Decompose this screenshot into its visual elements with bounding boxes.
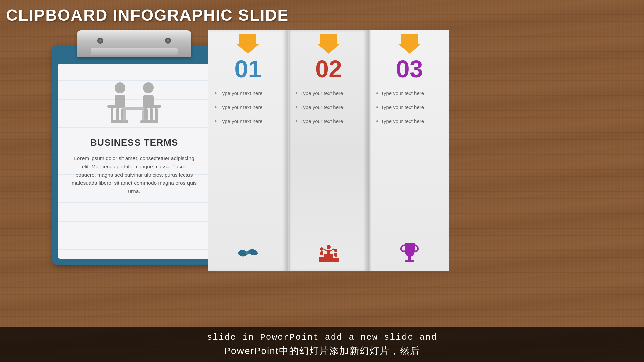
- svg-rect-26: [320, 251, 323, 255]
- panel-1-bullets: Type your text here Type your text here …: [208, 89, 288, 132]
- svg-rect-24: [327, 250, 330, 254]
- panel-1-number: 01: [234, 55, 261, 83]
- svg-rect-13: [144, 108, 148, 121]
- svg-rect-32: [408, 257, 411, 260]
- svg-point-10: [143, 82, 154, 93]
- svg-marker-19: [317, 34, 340, 54]
- svg-rect-2: [107, 105, 121, 108]
- meeting-icon: [97, 80, 171, 134]
- arrow-1-icon: [236, 34, 260, 54]
- svg-rect-3: [116, 108, 119, 121]
- svg-rect-28: [334, 253, 337, 257]
- svg-point-27: [334, 249, 337, 252]
- arrow-2-icon: [317, 34, 340, 54]
- panel-3-number: 03: [396, 55, 423, 83]
- svg-rect-20: [324, 254, 333, 262]
- lorem-text: Lorem ipsum dolor sit amet, consectetuer…: [68, 154, 200, 196]
- svg-line-29: [324, 249, 327, 251]
- bullet-1-1: Type your text here: [215, 89, 281, 98]
- clipboard: BUSINESS TERMS Lorem ipsum dolor sit ame…: [52, 30, 216, 265]
- trophy-icon: [399, 242, 420, 265]
- slide-container: CLIPBOARD INFOGRAPHIC SLIDE: [0, 0, 644, 362]
- bullet-1-2: Type your text here: [215, 104, 281, 112]
- bullet-2-3: Type your text here: [296, 118, 362, 126]
- svg-point-0: [115, 82, 125, 93]
- svg-marker-17: [236, 34, 260, 54]
- handshake-icon: [236, 243, 260, 265]
- svg-point-25: [320, 247, 323, 251]
- bullet-3-1: Type your text here: [376, 89, 443, 98]
- svg-point-18: [245, 251, 249, 254]
- svg-rect-22: [333, 258, 339, 262]
- panels-container: 01 Type your text here Type your text he…: [208, 30, 449, 272]
- svg-line-30: [330, 249, 334, 251]
- svg-rect-21: [319, 257, 325, 262]
- panel-2-bullets: Type your text here Type your text here …: [289, 89, 369, 132]
- bullet-2-1: Type your text here: [296, 89, 362, 98]
- screw-left: [97, 38, 103, 44]
- svg-rect-8: [123, 110, 126, 121]
- fold-edge-2: [289, 30, 291, 272]
- subtitle-line-1: slide in PowerPoint add a new slide and: [0, 331, 644, 344]
- svg-rect-7: [122, 107, 146, 110]
- fold-edge-3: [369, 30, 371, 272]
- svg-rect-16: [155, 108, 158, 123]
- subtitle-line-2: PowerPoint中的幻灯片添加新幻灯片，然后: [0, 344, 644, 358]
- panel-2: 02 Type your text here Type your text he…: [289, 30, 370, 272]
- screw-right: [165, 38, 171, 44]
- team-podium-icon: [317, 242, 340, 265]
- bullet-1-3: Type your text here: [215, 118, 281, 126]
- svg-marker-31: [398, 34, 421, 54]
- bullet-2-2: Type your text here: [296, 104, 362, 112]
- bullet-3-3: Type your text here: [376, 118, 443, 126]
- bullet-3-2: Type your text here: [376, 104, 443, 112]
- panel-2-number: 02: [315, 55, 342, 83]
- business-terms-title: BUSINESS TERMS: [90, 137, 178, 148]
- svg-rect-6: [111, 108, 113, 123]
- clipboard-clip: [77, 30, 191, 57]
- svg-rect-14: [150, 108, 153, 121]
- subtitle-bar: slide in PowerPoint add a new slide and …: [0, 327, 644, 362]
- svg-rect-12: [148, 105, 161, 108]
- arrow-3-icon: [398, 34, 421, 54]
- slide-title: CLIPBOARD INFOGRAPHIC SLIDE: [6, 6, 289, 24]
- clipboard-board: BUSINESS TERMS Lorem ipsum dolor sit ame…: [52, 45, 216, 265]
- panel-1: 01 Type your text here Type your text he…: [208, 30, 289, 272]
- svg-rect-33: [405, 260, 414, 262]
- clipboard-paper: BUSINESS TERMS Lorem ipsum dolor sit ame…: [58, 64, 210, 259]
- panel-3-bullets: Type your text here Type your text here …: [369, 89, 449, 132]
- svg-point-23: [327, 245, 331, 249]
- panel-3: 03 Type your text here Type your text he…: [369, 30, 449, 272]
